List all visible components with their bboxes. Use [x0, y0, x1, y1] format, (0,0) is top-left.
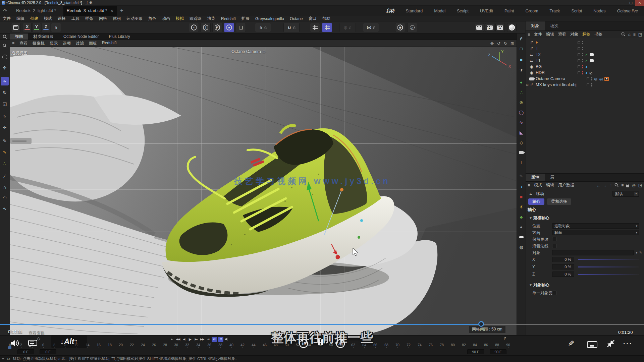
ruler-frame-6[interactable]: 6	[42, 343, 44, 347]
spline-sketch-icon[interactable]: ∿	[1, 204, 9, 213]
check-tag-icon[interactable]: ✓	[585, 59, 588, 63]
cage-tool-icon[interactable]	[11, 23, 20, 32]
ruler-frame-90[interactable]: 90	[506, 343, 510, 347]
minimize-button[interactable]: ─	[618, 0, 627, 6]
om-menu-item[interactable]: 对象	[570, 32, 578, 37]
checkbox-item[interactable]	[552, 244, 556, 248]
tab-item[interactable]: 视图	[10, 34, 28, 40]
layout-menu-sculpt[interactable]: Sculpt	[457, 9, 469, 13]
menu-redshift[interactable]: Redshift	[221, 16, 236, 21]
range-start-field[interactable]: 0 F	[40, 349, 56, 354]
checkbox-item[interactable]	[552, 291, 556, 295]
target-tag-icon[interactable]: ⊕	[594, 76, 597, 81]
camera-object-icon[interactable]	[517, 148, 525, 157]
link-picker-icon[interactable]: ▼ ✎	[635, 251, 642, 254]
move-tool-icon[interactable]: ↔↔	[1, 77, 9, 85]
hamburger-icon[interactable]: ≡	[12, 41, 14, 46]
slider-z[interactable]	[578, 274, 639, 275]
ruler-frame-68[interactable]: 68	[384, 343, 388, 347]
om-menu-item[interactable]: 书签	[594, 32, 602, 37]
ruler-frame-16[interactable]: 16	[97, 343, 101, 347]
range-end-field[interactable]: 90 F	[467, 349, 484, 354]
primitive-cube-icon[interactable]: ■	[517, 55, 525, 64]
live-selection-icon[interactable]	[1, 53, 9, 61]
enable-toggle[interactable]	[578, 65, 580, 68]
object-row-t[interactable]: ↱T	[526, 46, 644, 52]
ruler-frame-82[interactable]: 82	[462, 343, 466, 347]
play-mode-button[interactable]: ⊡	[218, 337, 223, 342]
loop-button[interactable]: ⇄	[212, 337, 217, 342]
ruler-frame-42[interactable]: 42	[240, 343, 245, 347]
greyscalegorilla-icon[interactable]: ♣	[517, 213, 525, 221]
layout-menu-groom[interactable]: Groom	[525, 9, 538, 13]
ruler-frame-46[interactable]: 46	[263, 343, 267, 347]
ruler-frame-34[interactable]: 34	[196, 343, 200, 347]
node-editor-icon[interactable]: ⋔	[51, 23, 61, 32]
octane-live-viewer-button[interactable]	[507, 23, 517, 32]
up-icon[interactable]: ↑	[610, 183, 612, 188]
visibility-dots[interactable]	[582, 65, 583, 68]
menu-item[interactable]: 运动图形	[126, 16, 143, 21]
generator-icon[interactable]: ⊛	[517, 98, 525, 107]
enable-toggle[interactable]	[578, 53, 580, 56]
sound-button[interactable]	[224, 337, 229, 342]
spline-smooth-icon[interactable]: ◠	[1, 193, 9, 202]
sphere-a-icon[interactable]: ●	[517, 223, 525, 231]
snap-magnet-icon[interactable]: ∪	[283, 23, 300, 32]
visibility-dots[interactable]	[591, 83, 592, 86]
ruler-frame-28[interactable]: 28	[163, 343, 167, 347]
link-field[interactable]	[552, 250, 634, 255]
point-paint-icon[interactable]: ∴	[1, 159, 9, 168]
autokey-icon[interactable]: ◇	[37, 336, 40, 341]
material-tag-icon[interactable]: ◑	[585, 64, 588, 69]
ruler-frame-36[interactable]: 36	[207, 343, 211, 347]
filter-icon[interactable]: ≡	[621, 183, 624, 188]
ruler-frame-40[interactable]: 40	[229, 343, 233, 347]
falloff-icon[interactable]: ◎	[339, 23, 356, 32]
menu-item[interactable]: 文件	[3, 16, 11, 21]
field-icon[interactable]: ◯	[517, 108, 525, 117]
axis-lock-y-button[interactable]: Y	[32, 23, 41, 32]
filter-icon[interactable]: ≡	[633, 32, 636, 37]
layout-menu-paint[interactable]: Paint	[504, 9, 514, 13]
layer-tag-icon[interactable]	[590, 59, 594, 62]
next-key-button[interactable]: ▶▶	[200, 337, 205, 342]
character-joint-icon[interactable]: ⋔	[255, 23, 271, 32]
doc-tab-reebok-2-light-c4d[interactable]: Reebok_2_light.c4d *	[13, 6, 59, 16]
layout-menu-item[interactable]: 启动	[386, 8, 394, 14]
home-icon[interactable]: ⌂	[628, 32, 630, 37]
om-menu-item[interactable]: 查看	[558, 32, 566, 37]
slider-y[interactable]	[578, 266, 639, 267]
model-mode-icon[interactable]: ■	[224, 23, 234, 32]
tab-item[interactable]: 对象	[526, 21, 545, 31]
am-menu-item[interactable]: 模式	[534, 182, 542, 188]
redo-icon[interactable]: ↷	[1, 7, 9, 14]
menu-item[interactable]: 渲染	[207, 16, 215, 21]
render-picture-viewer-button[interactable]: ▶	[485, 23, 494, 32]
ruler-frame-30[interactable]: 30	[174, 343, 178, 347]
slider-x[interactable]	[578, 259, 639, 260]
pause-icon[interactable]	[318, 339, 323, 345]
select-item[interactable]: 选取对象▼	[552, 223, 639, 229]
layout-menu-nodes[interactable]: Nodes	[593, 9, 605, 13]
volume-icon[interactable]: ◇	[517, 138, 525, 147]
viewport-view-label[interactable]: 透视视图	[11, 50, 28, 56]
hamburger-icon[interactable]: ≡	[528, 32, 530, 37]
enable-toggle[interactable]	[587, 83, 589, 86]
preset-dropdown[interactable]: 默认▼	[612, 191, 639, 197]
prev-key-button[interactable]: ◀◀	[175, 337, 180, 342]
subtitle-icon[interactable]	[28, 340, 37, 346]
menu-item[interactable]: 模拟	[176, 16, 184, 21]
tab-item[interactable]: 场次	[545, 21, 564, 31]
value-z[interactable]: 0 %	[552, 272, 574, 277]
pencil-icon[interactable]: ✎	[517, 172, 525, 180]
layout-menu-uvedit[interactable]: UVEdit	[480, 9, 493, 13]
texture-axis-mode-icon[interactable]: ❏	[236, 23, 246, 32]
material-ball-icon[interactable]: ◑	[517, 182, 525, 191]
object-row-hdr[interactable]: ◉HDR◑⊘	[526, 70, 644, 76]
search-icon[interactable]	[1, 41, 9, 50]
light-sun-icon[interactable]: ☀	[517, 202, 525, 211]
lock-icon[interactable]	[626, 185, 629, 187]
volume-icon[interactable]	[10, 339, 20, 347]
focus-icon[interactable]: ◎	[632, 183, 635, 188]
